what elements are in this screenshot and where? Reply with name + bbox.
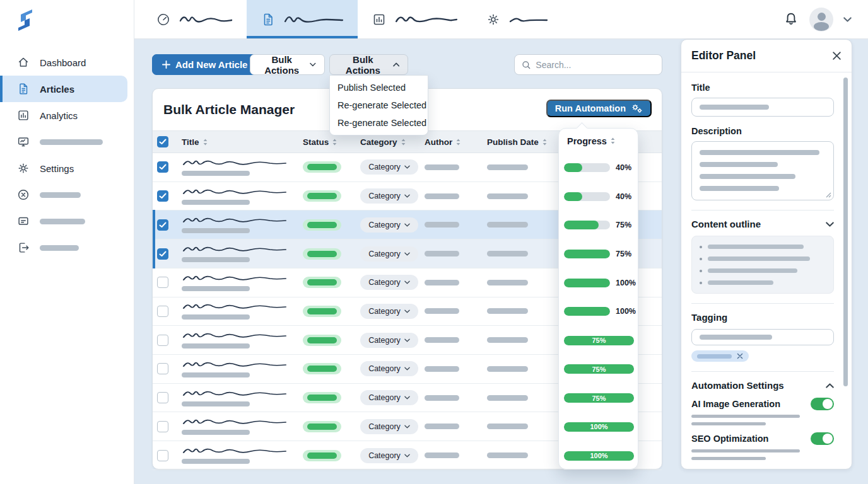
sidebar-item-settings[interactable]: Settings: [0, 155, 134, 182]
menu-item[interactable]: Re-generate Selected: [330, 96, 428, 114]
sidebar-item-analytics[interactable]: Analytics: [0, 102, 134, 129]
message-icon: [16, 214, 30, 228]
row-checkbox[interactable]: [157, 335, 168, 346]
progress-row: 100%: [559, 412, 638, 441]
sidebar-item-monitor[interactable]: [0, 129, 134, 155]
column-header[interactable]: Category: [360, 137, 425, 147]
status-badge: [303, 277, 341, 288]
row-checkbox[interactable]: [157, 277, 168, 288]
app-logo[interactable]: [0, 0, 134, 39]
sidebar-item-logout[interactable]: [0, 234, 134, 261]
row-checkbox[interactable]: [157, 421, 168, 432]
search-input[interactable]: [536, 60, 655, 70]
sidebar-item-dashboard[interactable]: Dashboard: [0, 49, 134, 76]
status-badge: [303, 335, 341, 346]
category-dropdown[interactable]: Category: [360, 448, 418, 463]
tab-analytics[interactable]: [358, 0, 472, 38]
close-icon[interactable]: [832, 51, 842, 60]
status-badge-fill: [307, 424, 337, 430]
tag-input[interactable]: [691, 329, 834, 345]
bulk-actions-button-1[interactable]: Bulk Actions: [250, 54, 325, 75]
category-dropdown[interactable]: Category: [360, 275, 418, 290]
category-dropdown[interactable]: Category: [360, 246, 418, 262]
sidebar-item-cancel[interactable]: [0, 182, 134, 208]
add-new-article-button[interactable]: Add New Article: [152, 54, 257, 75]
app-logo-icon: [14, 8, 37, 33]
author-placeholder-bar: [425, 337, 459, 343]
select-all-checkbox[interactable]: [157, 136, 168, 147]
row-checkbox[interactable]: [157, 392, 168, 403]
column-header[interactable]: Title: [182, 137, 303, 147]
squiggle-placeholder: [284, 14, 344, 25]
column-header[interactable]: Publish Date: [487, 137, 569, 147]
category-dropdown[interactable]: Category: [360, 188, 418, 204]
publish-date-placeholder-bar: [487, 193, 528, 199]
chevron-down-icon[interactable]: [843, 17, 852, 22]
title-cell: [182, 274, 303, 291]
toggle-knob: [823, 434, 833, 444]
run-automation-button[interactable]: Run Automation: [546, 100, 652, 117]
row-checkbox[interactable]: [157, 306, 168, 317]
column-label: Status: [303, 137, 329, 147]
progress-column-header[interactable]: Progress: [559, 129, 638, 153]
row-checkbox[interactable]: [157, 190, 168, 202]
sidebar-nav: Dashboard Articles Analytics Settings: [0, 49, 134, 261]
category-dropdown[interactable]: Category: [360, 217, 418, 233]
category-dropdown[interactable]: Category: [360, 333, 418, 348]
scrollbar-thumb[interactable]: [843, 78, 848, 386]
bullet-dot: [700, 258, 702, 260]
toggle-switch[interactable]: [811, 432, 834, 445]
tab-settings[interactable]: [472, 0, 562, 38]
bell-icon[interactable]: [783, 11, 799, 28]
column-header[interactable]: Author: [425, 137, 487, 147]
resize-handle-icon[interactable]: [826, 192, 831, 198]
app-root: Dashboard Articles Analytics Settings: [0, 0, 868, 484]
tab-dashboard[interactable]: [142, 0, 247, 38]
chevron-down-icon[interactable]: [826, 222, 834, 227]
chevron-down-icon: [404, 338, 410, 342]
category-dropdown[interactable]: Category: [360, 361, 418, 376]
status-badge-fill: [307, 193, 337, 199]
title-field[interactable]: [691, 98, 834, 117]
sidebar-item-label: Analytics: [40, 110, 78, 121]
sort-icon: [610, 137, 616, 145]
row-checkbox[interactable]: [157, 248, 168, 260]
sort-icon: [455, 138, 461, 146]
remove-tag-icon[interactable]: [737, 353, 743, 359]
category-dropdown[interactable]: Category: [360, 419, 418, 434]
bulk-actions-button-2[interactable]: Bulk Actions: [329, 54, 408, 75]
progress-value: 40%: [616, 192, 631, 201]
title-scribble: [182, 274, 288, 283]
category-dropdown[interactable]: Category: [360, 304, 418, 319]
menu-item[interactable]: Re-generate Selected: [330, 114, 428, 132]
row-checkbox[interactable]: [157, 363, 168, 374]
automation-toggle-section: SEO Optimization: [691, 432, 834, 460]
category-dropdown[interactable]: Category: [360, 390, 418, 405]
description-field[interactable]: [691, 141, 834, 200]
sidebar-item-messages[interactable]: [0, 208, 134, 234]
progress-row: 100%: [559, 268, 638, 297]
bar-chart-icon: [16, 108, 30, 122]
title-subtext-bar: [182, 200, 250, 205]
sidebar-item-label: Articles: [40, 84, 74, 95]
content-outline-label: Content outline: [691, 219, 761, 229]
row-checkbox[interactable]: [157, 219, 168, 231]
row-checkbox[interactable]: [157, 161, 168, 173]
description-field-label: Description: [691, 126, 834, 136]
column-header[interactable]: Status: [303, 137, 360, 147]
author-placeholder-bar: [425, 280, 459, 285]
avatar[interactable]: [809, 8, 833, 32]
tab-articles[interactable]: [247, 0, 358, 38]
circle-x-icon: [16, 188, 30, 202]
sidebar-item-articles[interactable]: Articles: [0, 76, 127, 102]
toggle-switch[interactable]: [811, 398, 834, 410]
progress-bar-fill: [564, 192, 582, 201]
category-dropdown[interactable]: Category: [360, 159, 418, 175]
squiggle-placeholder: [509, 15, 548, 24]
chevron-up-icon[interactable]: [826, 383, 834, 388]
menu-item[interactable]: Publish Selected: [330, 79, 428, 96]
title-subtext-bar: [182, 286, 250, 291]
content-outline-box: [691, 236, 834, 294]
toggle-row: SEO Optimization: [691, 432, 834, 445]
row-checkbox[interactable]: [157, 450, 168, 461]
